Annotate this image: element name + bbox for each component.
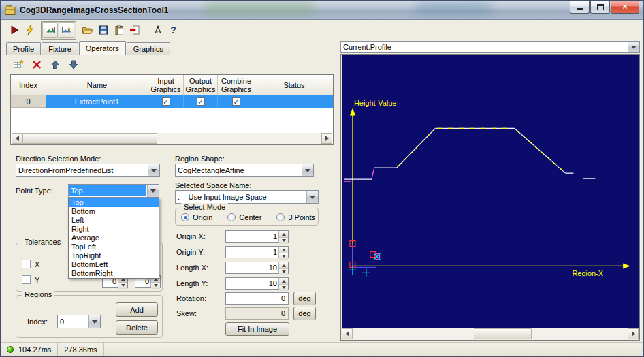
tab-graphics[interactable]: Graphics	[127, 42, 170, 55]
radio-origin[interactable]	[181, 213, 189, 221]
close-button[interactable]: ×	[611, 1, 639, 14]
chevron-down-icon[interactable]	[302, 164, 313, 176]
radio-3points-label: 3 Points	[288, 213, 315, 221]
add-operator-button[interactable]	[12, 58, 25, 72]
dropdown-option[interactable]: BottomLeft	[69, 260, 159, 269]
chevron-down-icon[interactable]	[147, 185, 159, 197]
scroll-thumb[interactable]	[474, 328, 532, 339]
chevron-glyph	[92, 320, 97, 326]
origin-x-spinner[interactable]	[278, 231, 288, 242]
dropdown-option[interactable]: Left	[69, 216, 159, 225]
help-button[interactable]: ?	[165, 22, 181, 38]
import-button[interactable]	[127, 22, 142, 38]
show-lastrun-image-button[interactable]	[59, 22, 74, 38]
space-name-select[interactable]: . = Use Input Image Space	[175, 190, 319, 204]
auto-run-button[interactable]	[22, 22, 37, 38]
scroll-thumb[interactable]	[22, 133, 157, 144]
table-hscrollbar[interactable]	[12, 133, 332, 144]
column-header-name[interactable]: Name	[46, 75, 148, 95]
cell-input-graphics: ✓	[148, 95, 184, 108]
arrow-up-icon	[50, 59, 61, 70]
tab-strip: Profile Fixture Operators Graphics	[6, 41, 171, 55]
y-axis-arrow	[350, 108, 355, 116]
direction-mode-select[interactable]: DirectionFromPredefinedList	[16, 164, 160, 177]
title-bar[interactable]: Cog3DRangeImageCrossSectionTool1 ×	[1, 1, 643, 20]
tolerance-x-checkbox[interactable]	[22, 260, 31, 268]
column-header-index[interactable]: Index	[11, 75, 46, 95]
chevron-down-icon[interactable]	[148, 164, 159, 176]
move-down-button[interactable]	[67, 58, 80, 72]
origin-x-field[interactable]: 1	[225, 230, 289, 243]
dropdown-option[interactable]: TopRight	[69, 251, 159, 260]
record-select[interactable]: Current.Profile	[340, 41, 640, 53]
column-header-combine-graphics[interactable]: Combine Graphics	[218, 75, 255, 95]
tolerance-y-checkbox[interactable]	[22, 275, 31, 284]
rotation-field[interactable]: 0	[225, 292, 289, 305]
skew-units-button[interactable]: deg	[293, 307, 316, 320]
scroll-left-button[interactable]	[342, 328, 353, 339]
origin-y-spinner[interactable]	[278, 247, 288, 258]
chevron-glyph	[310, 196, 315, 202]
length-x-field[interactable]: 10	[225, 262, 289, 274]
save-button[interactable]	[95, 22, 111, 38]
tab-profile[interactable]: Profile	[6, 42, 41, 55]
chevron-down-icon[interactable]	[306, 191, 318, 203]
table-row[interactable]: 0 ExtractPoint1 ✓ ✓ ✓	[11, 95, 333, 108]
scroll-left-button[interactable]	[12, 133, 22, 144]
tab-fixture[interactable]: Fixture	[42, 42, 78, 55]
dropdown-option[interactable]: Right	[69, 225, 159, 234]
tool-edit-window: Cog3DRangeImageCrossSectionTool1 ×	[0, 0, 644, 357]
tab-operators[interactable]: Operators	[79, 41, 126, 55]
radio-center[interactable]	[227, 213, 236, 221]
origin-y-field[interactable]: 1	[225, 246, 289, 258]
radio-3points[interactable]	[276, 213, 285, 221]
point-type-select[interactable]: Top	[68, 184, 159, 198]
input-graphics-checkbox[interactable]: ✓	[162, 97, 170, 106]
combine-graphics-checkbox[interactable]: ✓	[232, 97, 240, 106]
dropdown-option[interactable]: BottomRight	[69, 269, 159, 278]
minimize-button[interactable]	[570, 1, 590, 14]
scroll-track[interactable]	[22, 133, 321, 144]
chevron-glyph	[631, 46, 637, 52]
chevron-down-icon[interactable]	[628, 42, 639, 52]
maximize-button[interactable]	[590, 1, 610, 14]
run-button[interactable]	[6, 22, 22, 38]
select-mode-title: Select Mode	[181, 203, 228, 211]
column-header-output-graphics[interactable]: Output Graphics	[184, 75, 218, 95]
profile-segment	[372, 168, 374, 179]
region-marker	[348, 265, 357, 275]
profile-canvas[interactable]: Height-Value Region-X	[342, 55, 639, 328]
length-y-field[interactable]: 10	[225, 277, 289, 290]
tolerances-title: Tolerances	[22, 238, 63, 246]
scroll-right-button[interactable]	[321, 133, 332, 144]
units-button[interactable]	[150, 22, 165, 38]
move-up-button[interactable]	[48, 58, 62, 72]
output-graphics-checkbox[interactable]: ✓	[197, 97, 205, 106]
rotation-units-button[interactable]: deg	[293, 292, 316, 305]
column-header-input-graphics[interactable]: Input Graphics	[148, 75, 184, 95]
display-hscrollbar[interactable]	[342, 328, 639, 339]
dropdown-option[interactable]: Bottom	[69, 207, 159, 216]
scroll-right-button[interactable]	[628, 328, 639, 339]
region-index-value: 0	[58, 315, 88, 328]
length-x-spinner[interactable]	[278, 262, 288, 273]
delete-region-button[interactable]: Delete	[116, 320, 158, 335]
save-icon	[98, 25, 109, 35]
add-region-button[interactable]: Add	[116, 302, 158, 317]
region-shape-select[interactable]: CogRectangleAffine	[175, 164, 314, 177]
scroll-track[interactable]	[353, 328, 628, 339]
dropdown-option[interactable]: Top	[69, 198, 159, 207]
chevron-down-icon[interactable]	[88, 315, 100, 328]
region-index-select[interactable]: 0	[57, 315, 101, 328]
dropdown-option[interactable]: Average	[69, 234, 159, 243]
open-button[interactable]	[80, 22, 95, 38]
paste-button[interactable]	[111, 22, 127, 38]
column-header-status[interactable]: Status	[255, 75, 333, 95]
show-current-image-button[interactable]	[42, 22, 58, 38]
length-y-spinner[interactable]	[278, 278, 288, 289]
delete-operator-button[interactable]	[30, 58, 44, 72]
fit-in-image-button[interactable]: Fit In Image	[225, 322, 289, 336]
lightning-icon	[25, 25, 35, 35]
dropdown-option[interactable]: TopLeft	[69, 243, 159, 251]
rotation-label: Rotation:	[176, 294, 206, 302]
